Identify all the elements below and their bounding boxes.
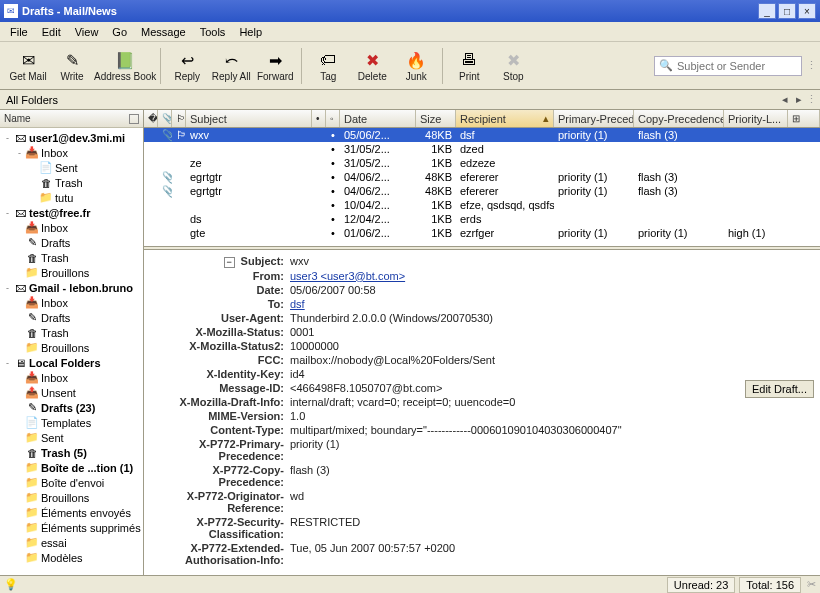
message-row[interactable]: 📎egrtgtr•04/06/2...48KBeferererpriority …: [144, 170, 820, 184]
folder-node[interactable]: 📁Boîte d'envoi: [0, 475, 143, 490]
header-link[interactable]: dsf: [290, 298, 305, 310]
folder-filter-label[interactable]: All Folders: [6, 94, 778, 106]
collapse-headers-icon[interactable]: −: [224, 257, 235, 268]
header-link[interactable]: user3 <user3@bt.com>: [290, 270, 405, 282]
forward-icon: ➡: [264, 49, 286, 71]
get-mail-button[interactable]: ✉Get Mail: [6, 44, 50, 88]
menu-message[interactable]: Message: [135, 24, 192, 40]
folder-node[interactable]: 📥Inbox: [0, 295, 143, 310]
header-row: X-P772-Security-Classification:RESTRICTE…: [150, 515, 814, 541]
menu-tools[interactable]: Tools: [194, 24, 232, 40]
addressbook-button[interactable]: 📗Address Book: [94, 44, 156, 88]
folder-node[interactable]: 📥Inbox: [0, 370, 143, 385]
folder-node[interactable]: 📥Inbox: [0, 220, 143, 235]
col-priority-level[interactable]: Priority-L...: [724, 110, 788, 127]
message-row[interactable]: •10/04/2...1KBefze, qsdsqd, qsdfsdf: [144, 198, 820, 212]
folder-node[interactable]: 🗑Trash: [0, 250, 143, 265]
window-title: Drafts - Mail/News: [22, 5, 758, 17]
folder-node[interactable]: 📁Brouillons: [0, 340, 143, 355]
folder-node[interactable]: 📁Modèles: [0, 550, 143, 565]
folder-node[interactable]: 🗑Trash: [0, 325, 143, 340]
message-row[interactable]: 📎egrtgtr•04/06/2...48KBeferererpriority …: [144, 184, 820, 198]
folder-node[interactable]: ✎Drafts: [0, 235, 143, 250]
folder-node[interactable]: 📁Boîte de ...tion (1): [0, 460, 143, 475]
col-flag[interactable]: 🏳: [172, 110, 186, 127]
twisty-icon[interactable]: -: [2, 133, 13, 143]
message-row[interactable]: gte•01/06/2...1KBezrfgerpriority (1)prio…: [144, 226, 820, 240]
col-recipient[interactable]: Recipient ▴: [456, 110, 554, 127]
search-box[interactable]: 🔍: [654, 56, 802, 76]
nav-fwd-icon[interactable]: ▸: [792, 93, 806, 106]
col-copy-precedence[interactable]: Copy-Precedence: [634, 110, 724, 127]
col-attachment[interactable]: 📎: [158, 110, 172, 127]
minimize-button[interactable]: _: [758, 3, 776, 19]
folder-node[interactable]: 🗑Trash: [0, 175, 143, 190]
menu-edit[interactable]: Edit: [36, 24, 67, 40]
twisty-icon[interactable]: -: [2, 283, 13, 293]
nav-back-icon[interactable]: ◂: [778, 93, 792, 106]
message-row[interactable]: ze•31/05/2...1KBedzeze: [144, 156, 820, 170]
edit-draft-button[interactable]: Edit Draft...: [745, 380, 814, 398]
folder-node[interactable]: 📄Sent: [0, 160, 143, 175]
folder-filter-bar: All Folders ◂ ▸ ⋮: [0, 90, 820, 110]
folder-tree[interactable]: -🖂user1@dev.3mi.mi-📥Inbox📄Sent🗑Trash📁tut…: [0, 128, 143, 575]
menu-view[interactable]: View: [69, 24, 105, 40]
twisty-icon[interactable]: -: [2, 358, 13, 368]
folder-pane-header[interactable]: Name: [0, 110, 143, 128]
maximize-button[interactable]: □: [778, 3, 796, 19]
folder-node[interactable]: -🖂Gmail - lebon.bruno: [0, 280, 143, 295]
replyall-button[interactable]: ⤺Reply All: [209, 44, 253, 88]
col-subject[interactable]: Subject: [186, 110, 312, 127]
folder-icon: 🗑: [25, 252, 39, 264]
offline-icon[interactable]: ✂: [807, 578, 816, 591]
reply-button[interactable]: ↩Reply: [165, 44, 209, 88]
print-button[interactable]: 🖶Print: [447, 44, 491, 88]
folder-node[interactable]: 📁Brouillons: [0, 265, 143, 280]
reply-icon: ↩: [176, 49, 198, 71]
stop-button[interactable]: ✖Stop: [491, 44, 535, 88]
folder-node[interactable]: 📁essai: [0, 535, 143, 550]
folder-node[interactable]: 📁Sent: [0, 430, 143, 445]
folder-node[interactable]: 📁Éléments supprimés: [0, 520, 143, 535]
menu-help[interactable]: Help: [233, 24, 268, 40]
folder-node[interactable]: ✎Drafts (23): [0, 400, 143, 415]
message-row[interactable]: 📎🏳wxv•05/06/2...48KBdsfpriority (1)flash…: [144, 128, 820, 142]
col-picker[interactable]: ⊞: [788, 110, 820, 127]
col-date[interactable]: Date: [340, 110, 416, 127]
folder-node[interactable]: ✎Drafts: [0, 310, 143, 325]
tag-button[interactable]: 🏷Tag: [306, 44, 350, 88]
close-button[interactable]: ×: [798, 3, 816, 19]
subbar-grip-icon: ⋮: [806, 93, 814, 106]
menu-file[interactable]: File: [4, 24, 34, 40]
folder-node[interactable]: 📤Unsent: [0, 385, 143, 400]
message-row[interactable]: ds•12/04/2...1KBerds: [144, 212, 820, 226]
folder-node[interactable]: 📁tutu: [0, 190, 143, 205]
folder-node[interactable]: 📄Templates: [0, 415, 143, 430]
folder-node[interactable]: -📥Inbox: [0, 145, 143, 160]
lightbulb-icon[interactable]: 💡: [4, 578, 18, 591]
menu-go[interactable]: Go: [106, 24, 133, 40]
folder-node[interactable]: 📁Éléments envoyés: [0, 505, 143, 520]
write-button[interactable]: ✎Write: [50, 44, 94, 88]
col-read[interactable]: ◦: [326, 110, 340, 127]
twisty-icon[interactable]: -: [14, 148, 25, 158]
folder-node[interactable]: 🗑Trash (5): [0, 445, 143, 460]
forward-button[interactable]: ➡Forward: [253, 44, 297, 88]
col-size[interactable]: Size: [416, 110, 456, 127]
col-primary-precedence[interactable]: Primary-Preced...: [554, 110, 634, 127]
search-input[interactable]: [677, 60, 787, 72]
folder-node[interactable]: 📁Brouillons: [0, 490, 143, 505]
folder-node[interactable]: -🖥Local Folders: [0, 355, 143, 370]
twisty-icon[interactable]: -: [2, 208, 13, 218]
delete-button[interactable]: ✖Delete: [350, 44, 394, 88]
col-thread[interactable]: �яд: [144, 110, 158, 127]
print-icon: 🖶: [458, 49, 480, 71]
junk-button[interactable]: 🔥Junk: [394, 44, 438, 88]
column-picker-icon[interactable]: [129, 114, 139, 124]
message-list[interactable]: 📎🏳wxv•05/06/2...48KBdsfpriority (1)flash…: [144, 128, 820, 246]
col-junk[interactable]: •: [312, 110, 326, 127]
folder-node[interactable]: -🖂test@free.fr: [0, 205, 143, 220]
folder-icon: 🖂: [13, 207, 27, 219]
message-row[interactable]: •31/05/2...1KBdzed: [144, 142, 820, 156]
folder-node[interactable]: -🖂user1@dev.3mi.mi: [0, 130, 143, 145]
